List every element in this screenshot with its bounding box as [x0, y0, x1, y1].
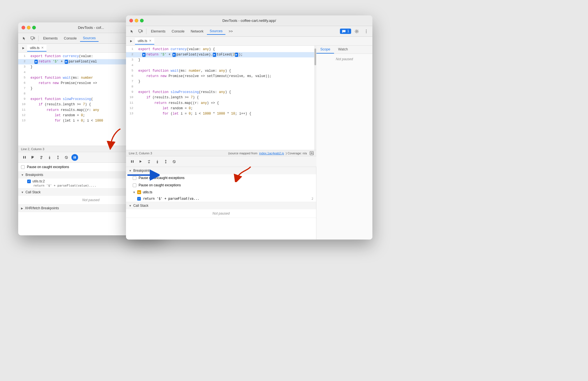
svg-rect-1 — [34, 37, 35, 39]
bg-tab-sources[interactable]: Sources — [80, 35, 99, 42]
fg-callstack-chevron: ▼ — [129, 204, 132, 207]
svg-rect-14 — [74, 156, 74, 159]
fg-source-link[interactable]: index.1ac4eab2.js — [259, 152, 284, 155]
fg-device-icon[interactable] — [137, 27, 144, 35]
svg-rect-17 — [142, 30, 143, 32]
fg-debug-resume-btn[interactable] — [137, 158, 144, 165]
bg-traffic-lights — [22, 26, 36, 29]
fg-callstack-label: Call Stack — [133, 204, 148, 208]
bg-file-tab-utils[interactable]: utils.ts ✕ — [27, 45, 46, 52]
fg-debugger-toolbar — [126, 156, 316, 167]
bg-cursor-icon[interactable] — [20, 34, 28, 42]
bg-pause-caught-checkbox[interactable] — [21, 165, 25, 169]
bg-zoom-button[interactable] — [32, 26, 36, 29]
fg-pause-caught-checkbox[interactable] — [133, 183, 136, 187]
fg-debug-pause-btn[interactable] — [129, 158, 136, 165]
svg-point-20 — [356, 31, 358, 32]
fg-chat-badge[interactable]: 1 — [340, 29, 351, 34]
fg-title-bar: DevTools - coffee-cart.netlify.app/ — [126, 15, 372, 26]
fg-debug-deactivate-btn[interactable] — [171, 158, 178, 165]
bg-tab-elements[interactable]: Elements — [40, 35, 60, 41]
fg-utils-ts-icon: ts — [137, 190, 141, 194]
svg-point-7 — [41, 158, 42, 159]
fg-pause-uncaught-label: Pause on uncaught exceptions — [139, 176, 185, 180]
bg-debug-active-btn[interactable] — [71, 154, 78, 161]
fg-bottom-panel: ▼ Breakpoints Pause on uncaught exceptio… — [126, 167, 316, 240]
bg-debug-resume-btn[interactable] — [29, 154, 36, 161]
fg-devtools-window: DevTools - coffee-cart.netlify.app/ Elem… — [126, 15, 372, 240]
svg-line-13 — [66, 157, 67, 158]
bg-breakpoints-chevron: ▼ — [21, 173, 24, 176]
fg-play-icon[interactable] — [127, 37, 135, 45]
fg-bp-item-checkbox[interactable] — [137, 197, 141, 201]
fg-code-line-12: 12 let random = 0; — [126, 106, 316, 111]
fg-code-line-5: 5 export function wait(ms: number, value… — [126, 68, 316, 74]
svg-line-37 — [173, 161, 175, 162]
fg-cursor-icon[interactable] — [128, 27, 136, 35]
fg-zoom-button[interactable] — [140, 19, 144, 22]
bg-status-position: Line 2, Column 3 — [21, 147, 44, 151]
fg-file-tab-utils[interactable]: utils.ts ✕ — [135, 38, 154, 45]
fg-debug-step-out-btn[interactable] — [162, 158, 169, 165]
bg-debug-step-over-btn[interactable] — [38, 154, 45, 161]
fg-scrollbar-thumb — [314, 48, 316, 65]
fg-pause-uncaught-row: Pause on uncaught exceptions — [126, 174, 316, 182]
bg-xhr-chevron: ▶ — [21, 207, 23, 210]
fg-status-bar: Line 2, Column 3 (source mapped from ind… — [126, 150, 316, 156]
fg-code-editor[interactable]: 1 export function currency(value: any) {… — [126, 46, 316, 150]
fg-utils-ts-label: utils.ts — [143, 190, 152, 194]
fg-main-content: 1 export function currency(value: any) {… — [126, 46, 372, 240]
svg-rect-15 — [75, 156, 76, 159]
fg-bp-item-code: return '$' + parseFloat(va... — [143, 197, 199, 201]
svg-rect-30 — [133, 160, 134, 163]
svg-marker-24 — [130, 40, 132, 42]
fg-callstack-section: ▼ Call Stack Not paused — [126, 202, 316, 218]
bg-tab-console[interactable]: Console — [61, 35, 80, 41]
bg-debug-pause-btn[interactable] — [21, 154, 28, 161]
bg-debug-deactivate-btn[interactable] — [63, 154, 70, 161]
bg-debug-step-out-btn[interactable] — [55, 154, 61, 161]
fg-window-title: DevTools - coffee-cart.netlify.app/ — [222, 18, 276, 23]
svg-marker-4 — [22, 47, 24, 49]
fg-pause-caught-row: Pause on caught exceptions — [126, 182, 316, 189]
fg-more-tabs[interactable]: >> — [226, 28, 236, 34]
fg-code-line-10: 10 if (results.length >= 7) { — [126, 95, 316, 100]
fg-tab-network[interactable]: Network — [188, 28, 206, 34]
bg-minimize-button[interactable] — [27, 26, 31, 29]
bg-xhr-label: XHR/fetch Breakpoints — [25, 206, 59, 210]
bg-bp-checkbox[interactable] — [27, 180, 31, 183]
fg-bottom-left: ▼ Breakpoints Pause on uncaught exceptio… — [126, 167, 316, 240]
fg-not-paused: Not paused — [126, 209, 316, 218]
fg-minimize-button[interactable] — [135, 19, 138, 22]
fg-tab-console[interactable]: Console — [169, 28, 187, 34]
bg-close-button[interactable] — [22, 26, 25, 29]
bg-callstack-label: Call Stack — [25, 190, 41, 194]
fg-debug-step-over-btn[interactable] — [146, 158, 152, 165]
bg-file-tab-close[interactable]: ✕ — [41, 46, 44, 49]
bg-debug-step-into-btn[interactable] — [46, 154, 53, 161]
fg-debug-step-into-btn[interactable] — [154, 158, 161, 165]
svg-point-23 — [366, 32, 367, 33]
bg-pause-caught-label: Pause on caught exceptions — [27, 165, 69, 169]
fg-tab-bar-right: 1 — [340, 27, 370, 35]
fg-code-line-3: 3 } — [126, 57, 316, 63]
fg-callstack-header[interactable]: ▼ Call Stack — [126, 202, 316, 209]
fg-traffic-lights — [129, 19, 144, 22]
fg-tab-sources[interactable]: Sources — [207, 28, 225, 35]
fg-breakpoints-header[interactable]: ▼ Breakpoints — [126, 167, 316, 174]
fg-close-button[interactable] — [129, 19, 133, 22]
fg-code-area[interactable]: 1 export function currency(value: any) {… — [126, 46, 316, 150]
bg-device-icon[interactable] — [29, 34, 37, 42]
fg-pause-uncaught-checkbox[interactable] — [133, 176, 136, 180]
fg-more-icon[interactable] — [362, 27, 370, 35]
fg-code-scrollbar[interactable] — [314, 46, 316, 150]
svg-point-11 — [58, 158, 59, 159]
fg-scope-tab[interactable]: Scope — [316, 46, 334, 54]
fg-file-tab-close[interactable]: ✕ — [149, 39, 151, 42]
fg-watch-tab[interactable]: Watch — [334, 46, 352, 54]
svg-point-22 — [366, 31, 367, 31]
fg-tab-elements[interactable]: Elements — [148, 28, 168, 34]
fg-settings-icon[interactable] — [353, 27, 361, 35]
bg-play-icon[interactable] — [19, 44, 27, 52]
fg-code-line-8: 8 — [126, 84, 316, 90]
